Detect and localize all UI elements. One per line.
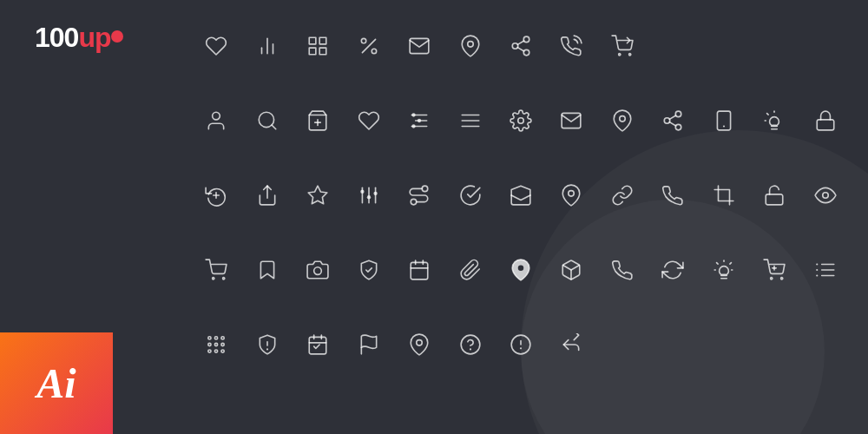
svg-line-39 (670, 115, 676, 119)
svg-point-102 (461, 335, 480, 354)
svg-point-11 (523, 36, 529, 43)
shield2-icon (246, 323, 289, 366)
main-container: 100up (0, 0, 868, 434)
svg-point-76 (781, 278, 783, 279)
svg-line-74 (730, 263, 732, 265)
heart-icon (194, 24, 238, 68)
phone-call-icon (549, 24, 593, 68)
svg-point-35 (676, 111, 682, 117)
empty-5 (601, 323, 644, 366)
heart2-icon (347, 99, 391, 142)
svg-point-28 (418, 119, 421, 122)
share-upload-icon (246, 174, 289, 217)
phone2-icon (601, 248, 644, 292)
logo-100: 100 (35, 22, 78, 54)
svg-point-36 (665, 118, 671, 124)
svg-point-68 (518, 266, 524, 272)
svg-rect-6 (309, 48, 316, 55)
svg-point-75 (771, 278, 773, 279)
empty-1 (651, 24, 694, 68)
svg-line-14 (517, 48, 523, 51)
shield-icon (347, 248, 391, 292)
svg-point-89 (215, 343, 218, 345)
refresh-icon (651, 248, 694, 292)
svg-point-8 (361, 38, 365, 43)
svg-point-17 (628, 54, 630, 56)
svg-marker-49 (308, 186, 327, 204)
svg-point-37 (676, 124, 682, 130)
crop-icon (702, 174, 746, 217)
settings-icon (499, 99, 542, 142)
svg-point-9 (372, 49, 376, 53)
share-icon (499, 24, 542, 68)
svg-line-38 (670, 122, 676, 126)
svg-point-63 (314, 267, 322, 275)
svg-point-92 (215, 350, 218, 352)
svg-point-16 (619, 54, 621, 56)
flag-icon (347, 323, 391, 366)
svg-point-57 (422, 186, 428, 192)
shopping-cart-arrow-icon (601, 24, 644, 68)
reply-icon (549, 323, 593, 366)
svg-point-90 (221, 343, 224, 345)
svg-line-15 (517, 41, 523, 44)
lightbulb-icon (702, 248, 746, 292)
svg-point-62 (223, 278, 225, 279)
svg-point-58 (569, 191, 575, 197)
mail-open-icon (499, 174, 542, 217)
svg-line-43 (767, 114, 769, 115)
svg-point-91 (208, 350, 211, 352)
svg-point-54 (366, 195, 370, 199)
bookmark-icon (246, 248, 289, 292)
refresh-plus-icon (194, 174, 238, 217)
list-icon (804, 248, 847, 292)
unlock-icon (753, 174, 796, 217)
svg-point-29 (411, 124, 415, 128)
svg-line-7 (362, 39, 375, 52)
shopping-bag-plus-icon (296, 99, 339, 142)
route-icon (398, 174, 441, 217)
verified-icon (449, 174, 492, 217)
cart2-icon (753, 248, 796, 292)
svg-point-93 (221, 350, 224, 352)
svg-point-86 (215, 337, 218, 339)
phone-icon (651, 174, 694, 217)
sliders2-icon (347, 174, 391, 217)
bulb2-icon (753, 99, 796, 142)
svg-point-56 (411, 199, 417, 205)
logo: 100up (35, 22, 123, 54)
svg-point-34 (620, 116, 626, 122)
svg-point-33 (518, 118, 524, 124)
svg-point-55 (373, 192, 377, 195)
map-pin3-icon (549, 174, 593, 217)
tablet-icon (702, 99, 746, 142)
link-icon (601, 174, 644, 217)
svg-point-10 (467, 42, 473, 48)
percent-icon (347, 24, 391, 68)
svg-point-101 (417, 340, 423, 346)
svg-point-87 (221, 337, 224, 339)
user-icon (194, 99, 238, 142)
calendar2-icon (296, 323, 339, 366)
empty-3 (753, 24, 796, 68)
box-icon (549, 248, 593, 292)
map-pin5-icon (398, 323, 441, 366)
calendar-icon (398, 248, 441, 292)
svg-rect-64 (411, 262, 428, 279)
sliders-icon (398, 99, 441, 142)
grid-icon (296, 24, 339, 68)
svg-rect-4 (319, 37, 326, 44)
lock-icon (804, 99, 847, 142)
empty-4 (804, 24, 847, 68)
question-icon (449, 323, 492, 366)
logo-dot (111, 30, 123, 43)
bar-chart-icon (246, 24, 289, 68)
mail2-icon (549, 99, 593, 142)
svg-point-18 (213, 112, 220, 120)
info-icon (499, 323, 542, 366)
map-pin-icon (449, 24, 492, 68)
mail-icon (398, 24, 441, 68)
cart-icon (194, 248, 238, 292)
map-pin2-icon (601, 99, 644, 142)
icon-grid (191, 9, 851, 382)
